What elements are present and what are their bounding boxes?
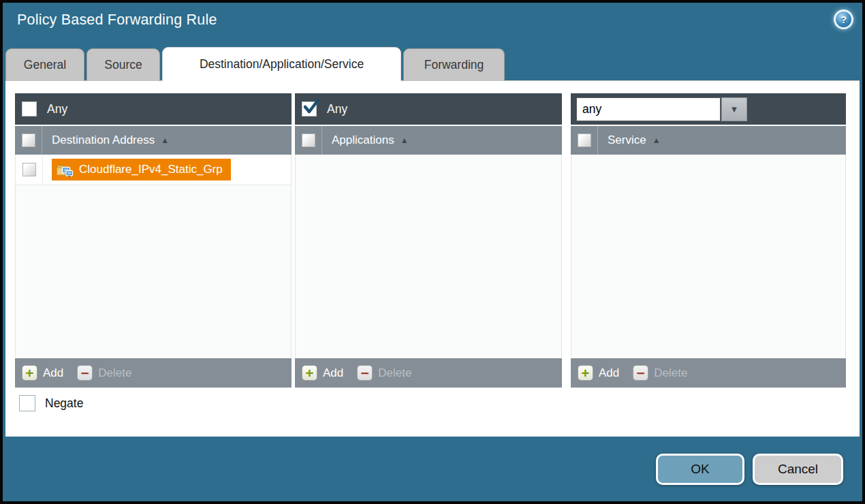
negate-checkbox[interactable] [19,395,35,411]
applications-add-label: Add [323,366,343,380]
negate-row: Negate [19,395,83,411]
table-row: Cloudflare_IPv4_Static_Grp [16,155,291,185]
service-add-label: Add [599,366,619,380]
tab-bar: General Source Destination/Application/S… [5,48,505,81]
destination-address-entry[interactable]: Cloudflare_IPv4_Static_Grp [52,159,231,180]
sort-ascending-icon: ▲ [161,136,169,144]
sort-ascending-icon: ▲ [400,136,409,144]
applications-any-label: Any [327,102,347,116]
applications-header-label: Applications [332,133,394,147]
tab-content-panel: Any Destination Address ▲ [5,80,860,437]
applications-any-checkbox[interactable] [302,101,317,116]
applications-column: Any Applications ▲ + Add − Delete [295,93,562,388]
applications-delete-button[interactable]: − Delete [357,365,411,381]
service-header-sort[interactable]: Service ▲ [608,133,661,147]
negate-label: Negate [45,396,83,411]
applications-any-bar: Any [295,93,562,125]
destination-footer-bar: + Add − Delete [15,358,292,388]
destination-delete-button[interactable]: − Delete [77,365,131,381]
add-plus-icon: + [578,365,593,381]
destination-any-bar: Any [15,93,292,125]
service-header-checkbox-gutter [571,126,598,155]
service-add-button[interactable]: + Add [578,365,619,381]
destination-any-label: Any [47,102,67,116]
cancel-button-label: Cancel [778,462,818,477]
tab-source-label: Source [104,58,142,72]
ok-button[interactable]: OK [656,454,744,485]
destination-header-label: Destination Address [52,133,155,147]
cancel-button[interactable]: Cancel [753,454,843,485]
help-question-glyph: ? [840,14,847,25]
dialog-title: Policy Based Forwarding Rule [17,12,217,29]
service-delete-label: Delete [654,366,687,380]
destination-any-checkbox[interactable] [22,101,37,116]
service-column-header: Service ▲ [571,126,846,155]
applications-footer-bar: + Add − Delete [295,358,562,388]
applications-add-button[interactable]: + Add [302,365,343,381]
destination-add-label: Add [43,366,63,380]
row-checkbox[interactable] [22,163,36,176]
service-header-label: Service [608,133,646,147]
destination-address-entry-label: Cloudflare_IPv4_Static_Grp [79,163,223,176]
service-dropdown[interactable]: any ▼ [576,97,747,121]
tab-destination-application-service[interactable]: Destination/Application/Service [162,47,401,81]
destination-add-button[interactable]: + Add [22,365,63,381]
destination-header-checkbox-gutter [15,126,42,155]
destination-select-all-checkbox[interactable] [22,133,35,147]
address-group-icon [56,162,74,177]
add-plus-icon: + [302,365,317,381]
help-icon[interactable]: ? [834,10,853,29]
destination-delete-label: Delete [98,366,131,380]
applications-list [295,155,562,357]
delete-minus-icon: − [633,365,648,381]
service-select-all-checkbox[interactable] [578,133,591,147]
tab-forwarding[interactable]: Forwarding [403,48,505,81]
tab-general-label: General [24,58,66,72]
applications-header-checkbox-gutter [295,126,322,155]
service-dropdown-value[interactable]: any [576,97,721,121]
tab-general[interactable]: General [5,48,84,81]
service-dropdown-bar: any ▼ [571,93,846,125]
checkmark-icon [302,97,320,116]
service-list [571,155,846,357]
service-delete-button[interactable]: − Delete [633,365,687,381]
service-column: any ▼ Service ▲ + Add − Delete [571,93,846,388]
tab-destination-label: Destination/Application/Service [200,57,364,72]
row-checkbox-gutter [16,155,43,185]
service-dropdown-button[interactable]: ▼ [721,97,747,121]
delete-minus-icon: − [77,365,93,381]
applications-delete-label: Delete [378,366,411,380]
sort-ascending-icon: ▲ [652,136,661,144]
destination-header-sort[interactable]: Destination Address ▲ [52,133,169,147]
service-footer-bar: + Add − Delete [571,358,846,388]
applications-column-header: Applications ▲ [295,126,562,155]
applications-select-all-checkbox[interactable] [302,133,315,147]
applications-header-sort[interactable]: Applications ▲ [332,133,409,147]
destination-address-list: Cloudflare_IPv4_Static_Grp [15,155,292,357]
destination-address-column: Any Destination Address ▲ [15,93,292,388]
tab-source[interactable]: Source [86,48,160,81]
delete-minus-icon: − [357,365,373,381]
destination-column-header: Destination Address ▲ [15,126,292,155]
add-plus-icon: + [22,365,37,381]
ok-button-label: OK [691,462,709,477]
tab-forwarding-label: Forwarding [424,58,484,72]
chevron-down-icon: ▼ [730,105,739,114]
